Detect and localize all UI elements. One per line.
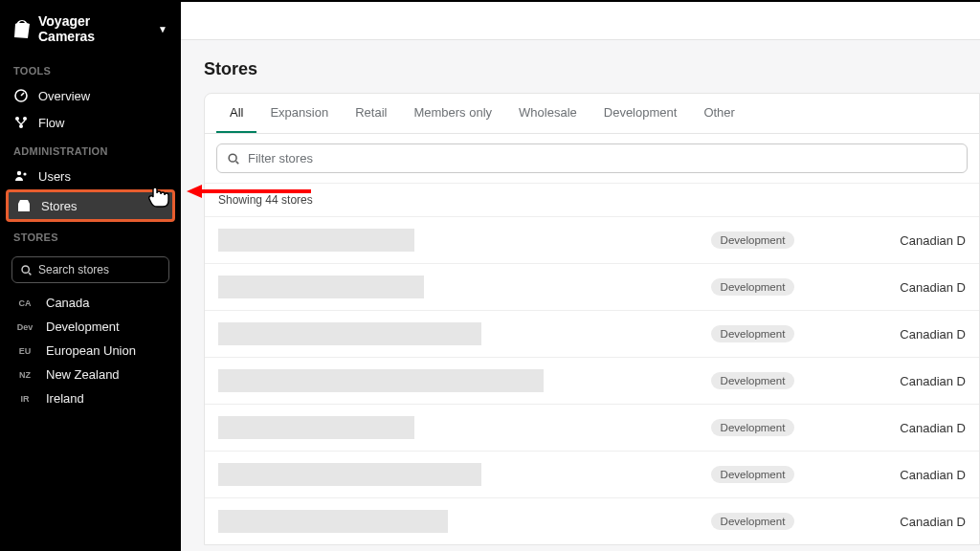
tab-development[interactable]: Development bbox=[590, 94, 691, 133]
stores-card: AllExpansionRetailMembers onlyWholesaleD… bbox=[204, 93, 980, 545]
nav-users[interactable]: Users bbox=[0, 163, 181, 189]
store-row[interactable]: DevelopmentCanadian D bbox=[205, 216, 979, 263]
nav-stores[interactable]: Stores bbox=[6, 189, 175, 222]
tab-wholesale[interactable]: Wholesale bbox=[505, 94, 590, 133]
nav-label: Flow bbox=[38, 116, 64, 130]
store-label: Ireland bbox=[46, 391, 84, 406]
store-tag: EU bbox=[13, 346, 36, 356]
users-icon bbox=[13, 168, 29, 184]
overview-icon bbox=[13, 88, 29, 103]
store-row[interactable]: DevelopmentCanadian D bbox=[205, 263, 979, 310]
svg-rect-6 bbox=[18, 204, 30, 211]
search-placeholder: Search stores bbox=[38, 263, 109, 276]
svg-point-1 bbox=[15, 117, 19, 121]
store-name-placeholder bbox=[218, 463, 481, 486]
tab-all[interactable]: All bbox=[216, 94, 256, 133]
nav-label: Overview bbox=[38, 89, 90, 103]
region-text: Canadian D bbox=[900, 421, 966, 435]
status-badge: Development bbox=[711, 372, 795, 389]
sidebar-store-item[interactable]: NZNew Zealand bbox=[0, 363, 181, 386]
tabs: AllExpansionRetailMembers onlyWholesaleD… bbox=[205, 94, 979, 134]
sidebar-store-item[interactable]: IRIreland bbox=[0, 386, 181, 410]
filter-stores-input[interactable]: Filter stores bbox=[216, 143, 968, 173]
brand-switcher[interactable]: Voyager Cameras ▼ bbox=[0, 8, 181, 55]
tab-expansion[interactable]: Expansion bbox=[256, 94, 342, 133]
store-tag: Dev bbox=[13, 322, 36, 332]
stores-icon bbox=[16, 198, 32, 213]
store-label: Development bbox=[46, 320, 120, 334]
store-row[interactable]: DevelopmentCanadian D bbox=[205, 357, 979, 404]
svg-point-4 bbox=[17, 171, 21, 175]
svg-point-8 bbox=[229, 154, 236, 162]
sidebar-store-item[interactable]: DevDevelopment bbox=[0, 315, 181, 339]
store-label: New Zealand bbox=[46, 367, 120, 382]
store-name-placeholder bbox=[218, 322, 481, 345]
flow-icon bbox=[13, 115, 29, 130]
store-tag: NZ bbox=[13, 370, 36, 380]
store-name-placeholder bbox=[218, 510, 448, 533]
svg-point-3 bbox=[19, 124, 23, 128]
store-tag: CA bbox=[13, 298, 36, 308]
sidebar: Voyager Cameras ▼ TOOLS Overview Flow AD… bbox=[0, 0, 181, 551]
status-badge: Development bbox=[711, 513, 795, 530]
store-name-placeholder bbox=[218, 416, 414, 439]
status-badge: Development bbox=[711, 325, 795, 342]
section-stores-label: STORES bbox=[0, 222, 181, 249]
region-text: Canadian D bbox=[900, 468, 966, 482]
svg-point-7 bbox=[22, 266, 29, 273]
filter-placeholder: Filter stores bbox=[248, 151, 313, 165]
tab-retail[interactable]: Retail bbox=[342, 94, 400, 133]
search-icon bbox=[227, 152, 240, 165]
status-badge: Development bbox=[711, 231, 795, 249]
region-text: Canadian D bbox=[900, 515, 966, 529]
nav-label: Stores bbox=[41, 199, 78, 213]
tab-other[interactable]: Other bbox=[690, 94, 748, 133]
search-icon bbox=[20, 264, 33, 276]
store-name-placeholder bbox=[218, 276, 424, 298]
status-badge: Development bbox=[711, 466, 795, 483]
store-name-placeholder bbox=[218, 229, 414, 252]
shopify-bag-icon bbox=[13, 19, 31, 38]
store-name-placeholder bbox=[218, 369, 544, 392]
nav-overview[interactable]: Overview bbox=[0, 82, 181, 109]
sidebar-store-item[interactable]: EUEuropean Union bbox=[0, 339, 181, 363]
section-admin-label: ADMINISTRATION bbox=[0, 136, 181, 163]
showing-count: Showing 44 stores bbox=[205, 184, 979, 216]
status-badge: Development bbox=[711, 278, 795, 296]
nav-label: Users bbox=[38, 169, 71, 184]
nav-flow[interactable]: Flow bbox=[0, 109, 181, 136]
status-badge: Development bbox=[711, 419, 795, 436]
svg-point-5 bbox=[23, 172, 26, 175]
svg-point-2 bbox=[23, 117, 27, 121]
store-row[interactable]: DevelopmentCanadian D bbox=[205, 310, 979, 357]
region-text: Canadian D bbox=[900, 327, 966, 342]
store-row[interactable]: DevelopmentCanadian D bbox=[205, 451, 979, 497]
search-stores-input[interactable]: Search stores bbox=[11, 256, 169, 283]
store-tag: IR bbox=[13, 394, 36, 404]
chevron-down-icon: ▼ bbox=[158, 24, 167, 34]
region-text: Canadian D bbox=[900, 374, 966, 388]
store-row[interactable]: DevelopmentCanadian D bbox=[205, 404, 979, 451]
region-text: Canadian D bbox=[900, 233, 966, 248]
page-title: Stores bbox=[181, 59, 980, 93]
tab-members-only[interactable]: Members only bbox=[400, 94, 505, 133]
section-tools-label: TOOLS bbox=[0, 55, 181, 82]
store-label: European Union bbox=[46, 343, 136, 358]
brand-name: Voyager Cameras bbox=[38, 13, 150, 44]
region-text: Canadian D bbox=[900, 280, 966, 295]
main-area: Stores AllExpansionRetailMembers onlyWho… bbox=[181, 0, 980, 551]
store-row[interactable]: DevelopmentCanadian D bbox=[205, 497, 979, 544]
sidebar-store-item[interactable]: CACanada bbox=[0, 291, 181, 315]
store-label: Canada bbox=[46, 296, 90, 310]
topbar bbox=[181, 2, 980, 40]
